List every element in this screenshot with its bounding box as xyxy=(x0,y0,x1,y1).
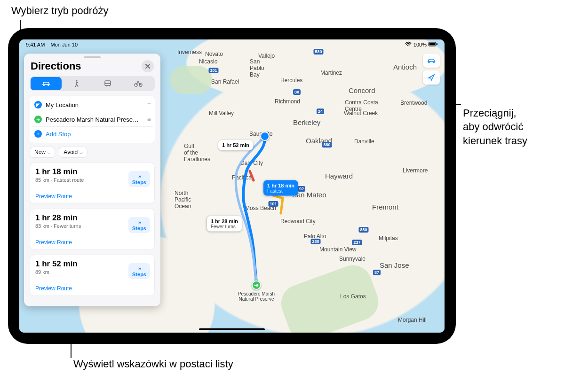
mode-walk[interactable] xyxy=(62,77,93,90)
route-options: Now Avoid xyxy=(30,147,155,158)
steps-button[interactable]: » Steps xyxy=(128,263,150,279)
preview-route-link[interactable]: Preview Route xyxy=(35,239,72,246)
destination-icon: ➜ xyxy=(34,116,42,123)
road-badge: 101 xyxy=(208,68,218,73)
road-badge: 80 xyxy=(293,89,301,95)
bubble-fastest-time: 1 hr 18 min xyxy=(267,183,294,188)
battery-icon xyxy=(429,42,438,47)
preview-route-link[interactable]: Preview Route xyxy=(35,193,72,200)
status-battery: 100% xyxy=(413,42,427,47)
road-badge: 101 xyxy=(268,201,278,207)
steps-button[interactable]: » Steps xyxy=(128,217,150,233)
status-right: 100% xyxy=(405,42,438,47)
road-badge: 280 xyxy=(310,239,320,244)
drag-handle-icon[interactable]: ≡ xyxy=(147,116,150,123)
walk-icon xyxy=(74,80,79,87)
transit-icon xyxy=(104,80,111,87)
svg-rect-2 xyxy=(437,43,437,45)
stops-card: ◤ My Location ≡ ➜ Pescadero Marsh Natura… xyxy=(30,96,155,143)
status-date: Mon Jun 10 xyxy=(51,42,78,47)
mode-segmented xyxy=(30,76,155,91)
callout-list-text: Wyświetl wskazówki w postaci listy xyxy=(73,358,233,370)
svg-point-3 xyxy=(76,80,78,81)
road-badge: 580 xyxy=(313,49,323,54)
avoid-button[interactable]: Avoid xyxy=(59,147,87,158)
stop-from-label: My Location xyxy=(46,101,79,109)
bubble-fewer-sub: Fewer turns xyxy=(211,224,238,229)
screen: 9:41 AM Mon Jun 10 100% xyxy=(19,39,445,333)
pin-start[interactable] xyxy=(260,132,270,141)
ipad-frame: 9:41 AM Mon Jun 10 100% xyxy=(8,28,456,344)
bike-icon xyxy=(134,80,143,87)
steps-label: Steps xyxy=(132,180,146,185)
mode-bike[interactable] xyxy=(123,77,154,90)
panel-title: Directions xyxy=(31,60,81,72)
bubble-fewer[interactable]: 1 hr 28 min Fewer turns xyxy=(207,216,242,232)
callout-mode: Wybierz tryb podróży xyxy=(11,4,162,18)
home-indicator[interactable] xyxy=(199,328,265,330)
directions-panel: Directions xyxy=(24,54,160,306)
map-mode-button[interactable] xyxy=(423,54,440,68)
route-card[interactable]: 1 hr 52 min 89 km » Steps Preview Route xyxy=(30,255,155,296)
car-icon xyxy=(41,80,51,87)
road-badge: 87 xyxy=(373,270,381,275)
car-icon xyxy=(427,57,436,64)
route-card[interactable]: 1 hr 28 min 83 km · Fewer turns » Steps … xyxy=(30,209,155,250)
wifi-icon xyxy=(405,42,412,47)
bubble-fewer-time: 1 hr 28 min xyxy=(211,218,238,224)
road-badge: 880 xyxy=(358,227,368,233)
route-list: 1 hr 18 min 85 km · Fastest route » Step… xyxy=(24,163,160,306)
callout-list: Wyświetl wskazówki w postaci listy xyxy=(73,357,309,371)
callout-mode-text: Wybierz tryb podróży xyxy=(11,5,108,16)
close-icon xyxy=(145,64,150,69)
mode-transit[interactable] xyxy=(92,77,123,90)
map-controls xyxy=(423,54,440,85)
svg-rect-1 xyxy=(429,43,436,46)
callout-drag: Przeciągnij, aby odwrócić kierunek trasy xyxy=(463,92,585,162)
steps-button[interactable]: » Steps xyxy=(128,171,150,187)
depart-now-button[interactable]: Now xyxy=(30,147,55,158)
drag-handle-icon[interactable]: ≡ xyxy=(147,101,150,109)
add-stop-label: Add Stop xyxy=(46,131,71,138)
road-badge: 237 xyxy=(352,240,362,245)
svg-rect-4 xyxy=(105,81,111,86)
road-badge: 24 xyxy=(317,109,324,114)
panel-header: Directions xyxy=(24,59,160,76)
stop-from[interactable]: ◤ My Location ≡ xyxy=(32,98,153,112)
preview-route-link[interactable]: Preview Route xyxy=(35,285,72,292)
status-time: 9:41 AM xyxy=(26,42,45,47)
bubble-fastest[interactable]: 1 hr 18 min Fastest xyxy=(263,180,298,196)
mode-car[interactable] xyxy=(31,77,62,90)
plus-icon: ＋ xyxy=(34,130,42,138)
destination-label: Pescadero Marsh Natural Preserve xyxy=(238,291,275,302)
steps-label: Steps xyxy=(132,272,146,277)
location-arrow-icon xyxy=(428,74,435,81)
chevrons-icon: » xyxy=(138,266,140,271)
chevrons-icon: » xyxy=(138,174,140,179)
road-badge: 92 xyxy=(298,186,305,192)
bubble-long[interactable]: 1 hr 52 min xyxy=(218,140,253,150)
stop-to[interactable]: ➜ Pescadero Marsh Natural Preserve ≡ xyxy=(32,112,153,126)
bubble-long-time: 1 hr 52 min xyxy=(222,142,249,148)
location-icon: ◤ xyxy=(34,101,42,109)
close-button[interactable] xyxy=(142,60,154,72)
add-stop[interactable]: ＋ Add Stop xyxy=(32,126,153,141)
status-bar: 9:41 AM Mon Jun 10 100% xyxy=(19,39,445,49)
road-badge: 880 xyxy=(322,142,332,148)
chevrons-icon: » xyxy=(138,220,140,225)
steps-label: Steps xyxy=(132,226,146,231)
bubble-fastest-sub: Fastest xyxy=(267,188,294,194)
map-parkland xyxy=(170,66,212,94)
stop-to-label: Pescadero Marsh Natural Preserve xyxy=(46,116,140,123)
callout-drag-text: Przeciągnij, aby odwrócić kierunek trasy xyxy=(463,107,527,147)
status-left: 9:41 AM Mon Jun 10 xyxy=(26,42,78,47)
locate-me-button[interactable] xyxy=(423,70,440,85)
route-card[interactable]: 1 hr 18 min 85 km · Fastest route » Step… xyxy=(30,163,155,204)
pin-destination[interactable]: ➜ xyxy=(252,280,261,290)
panel-grabber[interactable] xyxy=(84,56,101,58)
